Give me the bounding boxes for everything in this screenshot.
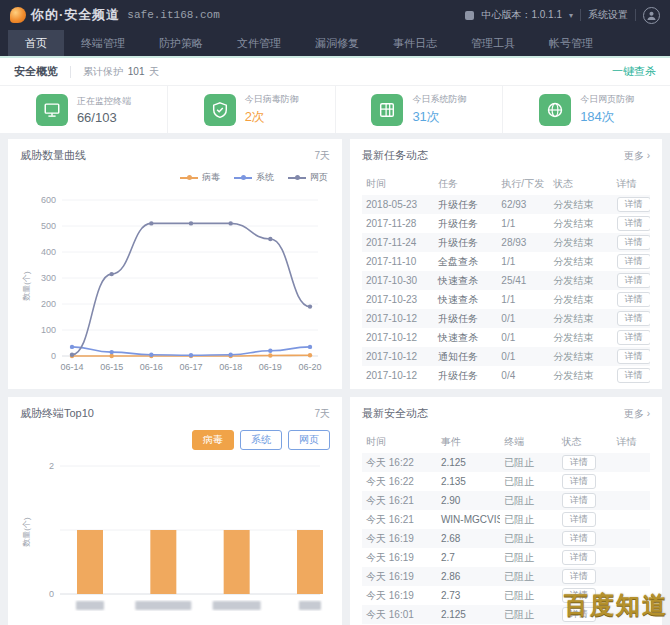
detail-link[interactable]: 详情: [617, 368, 650, 383]
event-detail-cell: 详情: [558, 493, 613, 508]
event-time: 今天 16:01: [362, 608, 437, 622]
task-time: 2017-10-12: [362, 313, 434, 324]
masked-terminal-label: [76, 601, 104, 610]
table-row: 今天 16:192.7已阻止详情: [362, 548, 650, 567]
topbar: 你的·安全频道 safe.it168.com 中心版本：1.0.1.1 ▾ 系统…: [0, 0, 670, 30]
table-row: 今天 16:222.135已阻止详情: [362, 472, 650, 491]
event-status: 已阻止: [500, 608, 558, 622]
monitor-icon: [36, 94, 68, 126]
task-detail-cell: 详情: [613, 254, 650, 269]
table-row: 2018-05-23升级任务62/93分发结束详情: [362, 195, 650, 214]
one-key-scan-link[interactable]: 一键查杀: [612, 64, 656, 79]
filter-button-系统[interactable]: 系统: [240, 430, 282, 450]
period-label: 7天: [314, 407, 330, 421]
stat-label: 今日病毒防御: [245, 93, 299, 106]
detail-link[interactable]: 详情: [617, 216, 650, 231]
svg-text:200: 200: [41, 299, 56, 309]
event-status: 已阻止: [500, 589, 558, 603]
panel-title: 最新任务动态: [362, 148, 428, 163]
detail-link[interactable]: 详情: [617, 330, 650, 345]
nav-tab-4[interactable]: 漏洞修复: [298, 30, 376, 56]
svg-text:06-19: 06-19: [259, 362, 282, 372]
svg-text:300: 300: [41, 273, 56, 283]
event-status: 已阻止: [500, 551, 558, 565]
event-detail-cell: 详情: [558, 455, 613, 470]
divider: [70, 66, 71, 78]
system-settings-link[interactable]: 系统设置: [588, 8, 628, 22]
nav-tab-3[interactable]: 文件管理: [220, 30, 298, 56]
detail-link[interactable]: 详情: [617, 311, 650, 326]
task-progress: 25/41: [497, 275, 549, 286]
event-detail-cell: 详情: [558, 512, 613, 527]
svg-text:06-20: 06-20: [298, 362, 321, 372]
detail-link[interactable]: 详情: [562, 455, 596, 470]
version-icon: [465, 11, 474, 20]
detail-link[interactable]: 详情: [617, 235, 650, 250]
detail-link[interactable]: 详情: [617, 349, 650, 364]
table-row: 2017-10-12快速查杀0/1分发结束详情: [362, 328, 650, 347]
detail-link[interactable]: 详情: [562, 512, 596, 527]
brand-url: safe.it168.com: [127, 9, 219, 21]
nav-tab-7[interactable]: 帐号管理: [532, 30, 610, 56]
task-activity-panel: 最新任务动态 更多 › 时间任务执行/下发状态详情2018-05-23升级任务6…: [350, 139, 662, 389]
masked-terminal-label: [135, 601, 191, 610]
task-detail-cell: 详情: [613, 216, 650, 231]
task-status: 分发结束: [549, 312, 612, 326]
filter-button-病毒[interactable]: 病毒: [192, 430, 234, 450]
overview-title: 安全概览: [14, 64, 58, 79]
nav-tab-1[interactable]: 终端管理: [64, 30, 142, 56]
task-time: 2017-10-12: [362, 370, 434, 381]
protect-days-value: 101: [128, 66, 145, 77]
legend-item-系统[interactable]: 系统: [234, 171, 274, 184]
detail-link[interactable]: 详情: [617, 273, 650, 288]
stat-card-2[interactable]: 今日系统防御31次: [336, 86, 504, 133]
stat-card-1[interactable]: 今日病毒防御2次: [168, 86, 336, 133]
filter-button-网页[interactable]: 网页: [288, 430, 330, 450]
detail-link[interactable]: 详情: [562, 569, 596, 584]
detail-link[interactable]: 详情: [562, 550, 596, 565]
event-time: 今天 16:21: [362, 494, 437, 508]
task-name: 升级任务: [434, 369, 497, 383]
chevron-down-icon[interactable]: ▾: [569, 11, 573, 20]
nav-tab-5[interactable]: 事件日志: [376, 30, 454, 56]
column-header: 任务: [434, 177, 497, 191]
table-row: 2017-10-12升级任务0/1分发结束详情: [362, 309, 650, 328]
bar-chart: 02数量(个): [20, 452, 330, 625]
detail-link[interactable]: 详情: [562, 493, 596, 508]
user-avatar-icon[interactable]: [643, 7, 660, 24]
nav-tab-0[interactable]: 首页: [8, 30, 64, 56]
legend-item-病毒[interactable]: 病毒: [180, 171, 220, 184]
period-label: 7天: [314, 149, 330, 163]
stat-label: 正在监控终端: [77, 95, 131, 108]
task-name: 升级任务: [434, 217, 497, 231]
panel-title: 最新安全动态: [362, 406, 428, 421]
detail-link[interactable]: 详情: [562, 474, 596, 489]
table-row: 今天 16:222.125已阻止详情: [362, 453, 650, 472]
detail-link[interactable]: 详情: [617, 197, 650, 212]
version-label[interactable]: 中心版本：1.0.1.1: [481, 8, 562, 22]
event-time: 今天 16:19: [362, 589, 437, 603]
event-status: 已阻止: [500, 570, 558, 584]
task-name: 通知任务: [434, 350, 497, 364]
bar: [150, 530, 176, 594]
shield-icon: [204, 94, 236, 126]
nav-tab-2[interactable]: 防护策略: [142, 30, 220, 56]
detail-link[interactable]: 详情: [617, 254, 650, 269]
nav-tab-6[interactable]: 管理工具: [454, 30, 532, 56]
protect-days: 累计保护 101 天: [83, 65, 159, 79]
detail-link[interactable]: 详情: [617, 292, 650, 307]
task-detail-cell: 详情: [613, 349, 650, 364]
task-progress: 1/1: [497, 256, 549, 267]
legend-item-网页[interactable]: 网页: [288, 171, 328, 184]
more-link[interactable]: 更多 ›: [624, 149, 650, 163]
task-progress: 28/93: [497, 237, 549, 248]
task-detail-cell: 详情: [613, 330, 650, 345]
detail-link[interactable]: 详情: [562, 531, 596, 546]
overview-bar: 安全概览 累计保护 101 天 一键查杀: [0, 58, 670, 86]
svg-text:06-17: 06-17: [179, 362, 202, 372]
stat-card-3[interactable]: 今日网页防御184次: [503, 86, 670, 133]
stat-card-0[interactable]: 正在监控终端66/103: [0, 86, 168, 133]
more-link[interactable]: 更多 ›: [624, 407, 650, 421]
table-row: 2017-11-28升级任务1/1分发结束详情: [362, 214, 650, 233]
task-detail-cell: 详情: [613, 292, 650, 307]
